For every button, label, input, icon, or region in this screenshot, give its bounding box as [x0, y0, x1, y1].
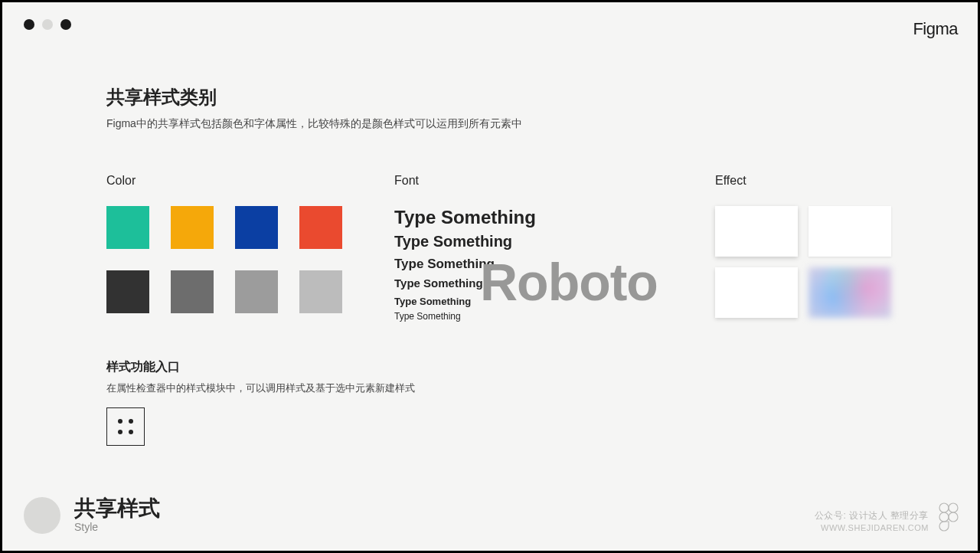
brand-label: Figma — [913, 19, 958, 39]
color-column: Color — [106, 174, 367, 313]
page-title: 共享样式类别 — [106, 85, 889, 110]
watermark-line2: WWW.SHEJIDAREN.COM — [815, 522, 929, 534]
font-sample: Type Something — [394, 311, 716, 322]
page-subtitle: Figma中的共享样式包括颜色和字体属性，比较特殊的是颜色样式可以运用到所有元素… — [106, 117, 889, 131]
color-swatch — [235, 206, 278, 249]
effect-column: Effect — [715, 174, 899, 318]
font-stack: Type Something Type Something Type Somet… — [394, 206, 716, 322]
font-big-label: Roboto — [480, 252, 658, 312]
svg-point-3 — [949, 512, 958, 522]
svg-rect-2 — [939, 512, 949, 522]
effect-grid — [715, 206, 899, 318]
figma-logo-icon — [938, 502, 959, 532]
dot-icon — [129, 430, 133, 434]
color-swatch — [171, 206, 214, 249]
swatch-grid — [106, 206, 367, 313]
footer-avatar — [24, 497, 60, 534]
section2-subtitle: 在属性检查器中的样式模块中，可以调用样式及基于选中元素新建样式 — [106, 381, 415, 395]
window-dot — [60, 19, 71, 30]
watermark-line1: 公众号: 设计达人 整理分享 — [815, 509, 929, 522]
color-swatch — [299, 206, 342, 249]
effect-card-shadow — [715, 267, 798, 318]
effect-title: Effect — [715, 174, 899, 188]
dot-icon — [129, 419, 133, 424]
window-dot — [24, 19, 34, 30]
color-swatch — [106, 206, 149, 249]
svg-rect-1 — [949, 503, 958, 512]
watermark: 公众号: 设计达人 整理分享 WWW.SHEJIDAREN.COM — [815, 509, 929, 534]
dot-icon — [118, 419, 122, 424]
footer-title: 共享样式 — [74, 498, 160, 519]
font-title: Font — [394, 174, 716, 188]
color-swatch — [106, 270, 149, 313]
window-dot — [42, 19, 53, 30]
effect-card-blur — [808, 267, 891, 318]
color-title: Color — [106, 174, 367, 188]
font-column: Font Type Something Type Something Type … — [394, 174, 716, 322]
effect-card-shadow — [808, 206, 891, 257]
color-swatch — [299, 270, 342, 313]
effect-card-shadow — [715, 206, 798, 257]
font-sample: Type Something — [394, 232, 716, 251]
styles-menu-icon[interactable] — [106, 407, 145, 446]
section2-title: 样式功能入口 — [106, 359, 415, 375]
footer-subtitle: Style — [74, 521, 160, 533]
color-swatch — [235, 270, 278, 313]
dot-icon — [118, 430, 122, 434]
footer: 共享样式 Style — [24, 497, 160, 534]
window-dots — [24, 19, 71, 30]
color-swatch — [171, 270, 214, 313]
font-sample: Type Something — [394, 206, 716, 229]
svg-rect-0 — [939, 503, 949, 512]
